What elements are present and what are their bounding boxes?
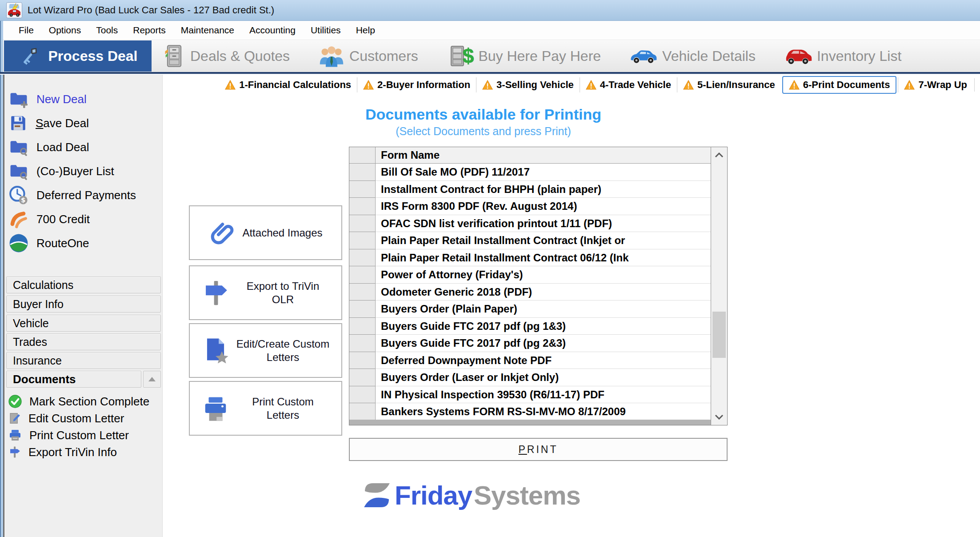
toolbar-process-deal[interactable]: Process Deal xyxy=(4,40,152,72)
table-row[interactable]: IN Physical Inspection 39530 (R6/11-17) … xyxy=(349,386,711,404)
scrollbar-thumb[interactable] xyxy=(712,312,726,358)
scroll-down-button[interactable] xyxy=(711,409,727,425)
table-row[interactable]: Bill Of Sale MO (PDF) 11/2017 xyxy=(349,164,711,181)
tab-label: 5-Lien/Insurance xyxy=(697,79,775,91)
table-row[interactable]: Deferred Downpayment Note PDF xyxy=(349,352,711,369)
sidebar-new-deal[interactable]: New Deal xyxy=(9,87,156,111)
sidebar-section-buyer-info[interactable]: Buyer Info xyxy=(6,296,161,313)
table-row[interactable]: Bankers Systems FORM RS-SI-MV-MO 8/17/20… xyxy=(349,403,711,421)
printer-icon xyxy=(8,428,22,442)
menu-file[interactable]: File xyxy=(11,21,41,40)
tab-financial-calculations[interactable]: 1-Financial Calculations xyxy=(219,77,357,92)
sidebar-mark-section-complete[interactable]: Mark Section Complete xyxy=(8,394,159,409)
sidebar-cobuyer-list[interactable]: (Co-)Buyer List xyxy=(9,159,156,183)
row-selector-cell[interactable] xyxy=(349,249,376,267)
friday-systems-emblem-icon xyxy=(361,479,393,511)
row-selector-cell[interactable] xyxy=(349,318,376,335)
table-row[interactable]: Buyers Order (Laser or Inkjet Only) xyxy=(349,369,711,386)
row-selector-cell[interactable] xyxy=(349,369,376,386)
menu-tools[interactable]: Tools xyxy=(88,21,125,40)
toolbar-vehicle-details[interactable]: Vehicle Details xyxy=(629,47,756,65)
documents-table: Form Name Bill Of Sale MO (PDF) 11/2017 … xyxy=(349,147,728,425)
sidebar-deferred-payments[interactable]: $ Deferred Payments xyxy=(9,183,156,207)
sidebar-print-custom-letter[interactable]: Print Custom Letter xyxy=(8,428,159,443)
toolbar-item-label: Deals & Quotes xyxy=(190,48,290,64)
table-row[interactable]: Power of Attorney (Friday's) xyxy=(349,266,711,284)
row-selector-cell[interactable] xyxy=(349,335,376,352)
title-bar: Lot Wizard Pro (Bad Luck Car Sales - 127… xyxy=(0,0,980,21)
sidebar-edit-custom-letter[interactable]: Edit Custom Letter xyxy=(8,411,159,426)
700credit-logo-icon xyxy=(9,209,28,229)
sidebar-load-deal[interactable]: Load Deal xyxy=(9,135,156,159)
tab-trade-vehicle[interactable]: 4-Trade Vehicle xyxy=(580,77,677,92)
export-trivin-olr-button[interactable]: Export to TriVin OLR xyxy=(189,265,342,320)
print-custom-letters-button[interactable]: Print Custom Letters xyxy=(189,381,342,436)
sidebar-section-documents[interactable]: Documents xyxy=(6,371,141,388)
table-row[interactable]: Buyers Guide FTC 2017 pdf (pg 2&3) xyxy=(349,335,711,352)
tab-selling-vehicle[interactable]: 3-Selling Vehicle xyxy=(476,77,580,92)
warning-icon xyxy=(482,80,493,90)
sidebar-item-label: Deferred Payments xyxy=(36,188,136,202)
menu-accounting[interactable]: Accounting xyxy=(242,21,303,40)
toolbar-customers[interactable]: Customers xyxy=(318,44,418,68)
row-selector-cell[interactable] xyxy=(349,403,376,421)
column-header-form-name[interactable]: Form Name xyxy=(376,147,711,164)
form-name-cell: OFAC SDN list verification printout 1/11… xyxy=(376,215,711,232)
edit-create-custom-letters-button[interactable]: Edit/Create Custom Letters xyxy=(189,323,342,378)
sidebar-item-label: New Deal xyxy=(36,92,87,106)
form-name-cell: Power of Attorney (Friday's) xyxy=(376,266,711,284)
tab-wrap-up[interactable]: 7-Wrap Up xyxy=(898,77,973,92)
folder-plus-icon xyxy=(9,90,28,108)
sidebar-save-deal[interactable]: Save Deal xyxy=(9,111,156,135)
table-row[interactable]: Buyers Guide FTC 2017 pdf (pg 1&3) xyxy=(349,318,711,335)
attached-images-button[interactable]: Attached Images xyxy=(189,205,342,260)
table-scrollbar[interactable] xyxy=(711,147,727,425)
sidebar-item-label: 700 Credit xyxy=(36,212,90,226)
table-row[interactable]: IRS Form 8300 PDF (Rev. August 2014) xyxy=(349,198,711,215)
menu-maintenance[interactable]: Maintenance xyxy=(173,21,242,40)
app-icon xyxy=(6,2,22,18)
table-row[interactable]: Odometer Generic 2018 (PDF) xyxy=(349,284,711,301)
row-selector-cell[interactable] xyxy=(349,352,376,369)
sidebar-section-insurance[interactable]: Insurance xyxy=(6,352,161,369)
section-collapse-button[interactable] xyxy=(143,371,161,388)
dollar-icon: $ xyxy=(463,46,474,66)
row-selector-cell[interactable] xyxy=(349,181,376,198)
sidebar-tool-label: Print Custom Letter xyxy=(29,429,129,442)
tab-label: 3-Selling Vehicle xyxy=(496,79,574,91)
row-selector-cell[interactable] xyxy=(349,164,376,181)
menu-help[interactable]: Help xyxy=(348,21,383,40)
row-selector-cell[interactable] xyxy=(349,301,376,318)
toolbar-buy-here-pay-here[interactable]: $ Buy Here Pay Here xyxy=(447,44,601,68)
tab-lien-insurance[interactable]: 5-Lien/Insurance xyxy=(677,77,781,92)
toolbar-deals-quotes[interactable]: Deals & Quotes xyxy=(163,44,290,68)
row-selector-cell[interactable] xyxy=(349,284,376,301)
row-selector-cell[interactable] xyxy=(349,266,376,284)
sidebar-700-credit[interactable]: 700 Credit xyxy=(9,207,156,231)
table-row[interactable]: Buyers Order (Plain Paper) xyxy=(349,301,711,318)
menu-utilities[interactable]: Utilities xyxy=(303,21,348,40)
toolbar-inventory-list[interactable]: Inventory List xyxy=(784,46,901,66)
people-icon xyxy=(318,44,345,68)
table-row[interactable]: OFAC SDN list verification printout 1/11… xyxy=(349,215,711,232)
sidebar-export-trivin-info[interactable]: Export TriVin Info xyxy=(8,445,159,460)
triangle-up-icon xyxy=(148,376,156,382)
sidebar-section-vehicle[interactable]: Vehicle xyxy=(6,315,161,332)
row-selector-cell[interactable] xyxy=(349,215,376,232)
sidebar-routeone[interactable]: RouteOne xyxy=(9,231,156,255)
row-selector-cell[interactable] xyxy=(349,386,376,404)
tab-print-documents[interactable]: 6-Print Documents xyxy=(782,76,897,94)
print-button[interactable]: PRINT xyxy=(349,438,728,461)
row-selector-cell[interactable] xyxy=(349,198,376,215)
table-row[interactable]: Installment Contract for BHPH (plain pap… xyxy=(349,181,711,198)
tab-buyer-information[interactable]: 2-Buyer Information xyxy=(357,77,476,92)
sidebar-section-trades[interactable]: Trades xyxy=(6,333,161,350)
menu-reports[interactable]: Reports xyxy=(125,21,173,40)
sidebar-section-calculations[interactable]: Calculations xyxy=(6,277,161,293)
table-row[interactable]: Plain Paper Retail Installment Contract … xyxy=(349,249,711,267)
menu-options[interactable]: Options xyxy=(41,21,88,40)
scroll-up-button[interactable] xyxy=(711,147,727,163)
tab-label: 6-Print Documents xyxy=(803,79,890,91)
table-row[interactable]: Plain Paper Retail Installment Contract … xyxy=(349,232,711,249)
row-selector-cell[interactable] xyxy=(349,232,376,249)
